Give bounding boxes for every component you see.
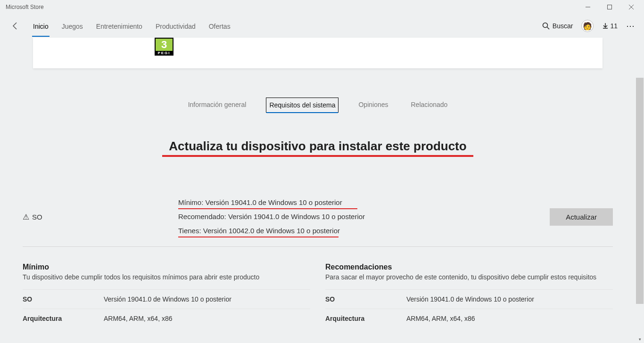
annotation-underline bbox=[178, 237, 339, 238]
downloads-count: 11 bbox=[610, 22, 618, 30]
so-label: SO bbox=[32, 213, 42, 221]
nav-tab-inicio[interactable]: Inicio bbox=[33, 16, 49, 36]
min-subtitle: Tu dispositivo debe cumplir todos los re… bbox=[23, 273, 310, 281]
req-rec: Recomendado: Versión 19041.0 de Windows … bbox=[178, 212, 550, 222]
svg-rect-1 bbox=[608, 5, 612, 9]
spec-row: SO Versión 19041.0 de Windows 10 o poste… bbox=[23, 289, 310, 309]
more-button[interactable]: ⋯ bbox=[626, 21, 636, 31]
req-have: Tienes: Versión 10042.0 de Windows 10 o … bbox=[178, 226, 550, 236]
update-button[interactable]: Actualizar bbox=[550, 208, 613, 226]
nav-tab-juegos[interactable]: Juegos bbox=[62, 16, 83, 36]
scrollbar-thumb[interactable] bbox=[636, 78, 644, 304]
warning-icon: ⚠ bbox=[23, 212, 29, 221]
pegi-rating: 3 PEGI bbox=[155, 38, 173, 56]
nav-tab-entretenimiento[interactable]: Entretenimiento bbox=[96, 16, 142, 36]
rec-subtitle: Para sacar el mayor provecho de este con… bbox=[325, 273, 613, 281]
content: 3 PEGI Información general Requisitos de… bbox=[0, 38, 636, 343]
min-column: Mínimo Tu dispositivo debe cumplir todos… bbox=[23, 263, 310, 328]
search-button[interactable]: Buscar bbox=[542, 22, 573, 30]
scrollbar[interactable]: ▾ bbox=[636, 38, 644, 343]
spec-row: Arquitectura ARM64, ARM, x64, x86 bbox=[23, 309, 310, 328]
specs-columns: Mínimo Tu dispositivo debe cumplir todos… bbox=[0, 247, 636, 328]
search-icon bbox=[542, 22, 550, 30]
headline-wrap: Actualiza tu dispositivo para instalar e… bbox=[0, 139, 636, 155]
close-button[interactable] bbox=[620, 0, 642, 14]
requirement-row: ⚠ SO Mínimo: Versión 19041.0 de Windows … bbox=[23, 197, 613, 247]
pegi-number: 3 bbox=[155, 38, 173, 51]
downloads-indicator[interactable]: 11 bbox=[602, 22, 618, 30]
nav-tab-ofertas[interactable]: Ofertas bbox=[209, 16, 231, 36]
svg-point-4 bbox=[543, 23, 547, 28]
annotation-underline bbox=[178, 208, 357, 210]
window-controls bbox=[577, 0, 642, 14]
nav-tab-productividad[interactable]: Productividad bbox=[156, 16, 196, 36]
user-avatar[interactable]: 🧑 bbox=[581, 20, 594, 32]
tab-related[interactable]: Relacionado bbox=[408, 98, 451, 113]
section-tabs: Información general Requisitos del siste… bbox=[0, 98, 636, 113]
pegi-label: PEGI bbox=[155, 51, 173, 56]
maximize-button[interactable] bbox=[599, 0, 620, 14]
scroll-down-arrow[interactable]: ▾ bbox=[636, 335, 644, 343]
tab-overview[interactable]: Información general bbox=[185, 98, 249, 113]
right-tools: Buscar 🧑 11 ⋯ bbox=[542, 20, 638, 32]
headline: Actualiza tu dispositivo para instalar e… bbox=[167, 139, 468, 155]
svg-line-5 bbox=[547, 27, 549, 30]
product-card: 3 PEGI bbox=[33, 38, 603, 68]
download-icon bbox=[602, 23, 609, 29]
spec-row: SO Versión 19041.0 de Windows 10 o poste… bbox=[325, 289, 613, 309]
spec-row: Arquitectura ARM64, ARM, x64, x86 bbox=[325, 309, 613, 328]
minimize-button[interactable] bbox=[577, 0, 599, 14]
rec-title: Recomendaciones bbox=[325, 263, 613, 271]
search-label: Buscar bbox=[553, 22, 573, 30]
back-button[interactable] bbox=[6, 16, 25, 35]
so-cell: ⚠ SO bbox=[23, 212, 178, 221]
rec-column: Recomendaciones Para sacar el mayor prov… bbox=[325, 263, 613, 328]
window-title: Microsoft Store bbox=[6, 4, 577, 10]
req-min: Mínimo: Versión 19041.0 de Windows 10 o … bbox=[178, 197, 550, 208]
requirement-lines: Mínimo: Versión 19041.0 de Windows 10 o … bbox=[178, 197, 550, 236]
nav-tabs: Inicio Juegos Entretenimiento Productivi… bbox=[33, 16, 231, 36]
min-title: Mínimo bbox=[23, 263, 310, 271]
tab-system-requirements[interactable]: Requisitos del sistema bbox=[266, 98, 339, 113]
top-nav: Inicio Juegos Entretenimiento Productivi… bbox=[0, 14, 644, 38]
title-bar: Microsoft Store bbox=[0, 0, 644, 14]
tab-reviews[interactable]: Opiniones bbox=[355, 98, 391, 113]
